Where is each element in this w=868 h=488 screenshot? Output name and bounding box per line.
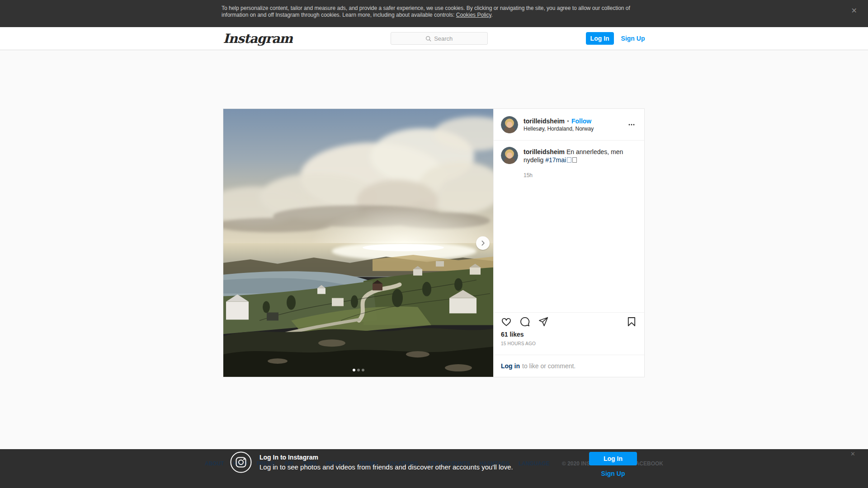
cookie-banner-text: To help personalize content, tailor and … xyxy=(222,0,646,19)
share-icon xyxy=(538,316,549,327)
save-button[interactable] xyxy=(626,316,637,327)
search-placeholder: Search xyxy=(434,35,453,42)
bookmark-icon xyxy=(626,316,637,327)
footer-link[interactable]: ABOUT xyxy=(205,460,224,467)
search-input[interactable]: Search xyxy=(391,32,488,45)
post-age: 15h xyxy=(524,171,637,179)
missing-emoji-glyphs xyxy=(566,156,577,164)
instagram-logo[interactable]: Instagram xyxy=(223,31,292,46)
footer-login-button[interactable]: Log In xyxy=(589,452,637,465)
hashtag-link[interactable]: #17mai xyxy=(545,156,566,164)
location-link[interactable]: Hellesøy, Hordaland, Norway xyxy=(524,126,594,132)
cookie-text-suffix: . xyxy=(491,12,493,18)
footer-upsell-bar: ABOUTHELPPRESSAPIJOBSPRIVACYTERMSLOCATIO… xyxy=(0,449,868,488)
login-upsell: Log In to Instagram Log in to see photos… xyxy=(230,451,513,474)
upsell-title: Log In to Instagram xyxy=(259,454,513,461)
carousel-dot xyxy=(357,369,360,371)
instagram-glyph-icon xyxy=(230,451,252,474)
follow-button[interactable]: Follow xyxy=(571,117,591,125)
post-header: torilleidsheim • Follow Hellesøy, Hordal… xyxy=(494,109,644,141)
header-auth: Log In Sign Up xyxy=(586,32,645,45)
post-panel: torilleidsheim • Follow Hellesøy, Hordal… xyxy=(493,109,644,377)
post-timestamp: 15 HOURS AGO xyxy=(501,341,637,346)
share-button[interactable] xyxy=(538,316,549,327)
cookies-policy-link[interactable]: Cookies Policy xyxy=(456,12,491,18)
heart-icon xyxy=(501,316,512,327)
cookie-text: To help personalize content, tailor and … xyxy=(222,5,630,18)
cookie-banner: To help personalize content, tailor and … xyxy=(0,0,868,27)
carousel-dot xyxy=(362,369,364,371)
post-media xyxy=(223,109,493,377)
carousel-dots xyxy=(223,369,493,371)
carousel-dot xyxy=(353,369,355,371)
caption-row: torilleidsheimEn annerledes, men nydelig… xyxy=(501,147,637,179)
username-link[interactable]: torilleidsheim xyxy=(524,117,565,125)
close-icon[interactable]: ✕ xyxy=(849,6,860,15)
upsell-text: Log in to see photos and videos from fri… xyxy=(259,463,513,471)
comment-button[interactable] xyxy=(519,316,530,327)
login-button[interactable]: Log In xyxy=(586,32,614,45)
actions-section: 61 likes 15 HOURS AGO xyxy=(494,312,644,355)
missing-emoji-glyph xyxy=(572,157,577,163)
likes-count[interactable]: 61 likes xyxy=(501,331,637,338)
login-prompt-text: to like or comment. xyxy=(522,362,576,370)
instagram-page: To help personalize content, tailor and … xyxy=(0,0,868,488)
post-photo xyxy=(223,109,493,377)
footer-signup-link[interactable]: Sign Up xyxy=(601,470,625,477)
username-separator: • xyxy=(567,117,569,125)
login-prompt: Log in to like or comment. xyxy=(494,355,644,377)
avatar[interactable] xyxy=(501,116,518,133)
chevron-right-icon xyxy=(480,240,486,246)
footer-link[interactable]: LANGUAGE xyxy=(519,460,550,467)
login-link[interactable]: Log in xyxy=(501,362,520,370)
comments-section: torilleidsheimEn annerledes, men nydelig… xyxy=(494,141,644,312)
caption-username-link[interactable]: torilleidsheim xyxy=(524,148,565,155)
top-navigation: Instagram Search Log In Sign Up xyxy=(0,27,868,50)
post-card: torilleidsheim • Follow Hellesøy, Hordal… xyxy=(223,108,645,377)
missing-emoji-glyph xyxy=(567,157,571,163)
close-icon[interactable]: ✕ xyxy=(848,450,858,458)
more-options-button[interactable] xyxy=(626,119,637,130)
caption-body: torilleidsheimEn annerledes, men nydelig… xyxy=(524,147,637,179)
like-button[interactable] xyxy=(501,316,512,327)
carousel-next-button[interactable] xyxy=(476,236,490,250)
footer-auth: Log In Sign Up xyxy=(589,452,637,477)
search-icon xyxy=(425,36,431,42)
ellipsis-icon xyxy=(628,121,635,128)
avatar[interactable] xyxy=(501,147,518,164)
comment-icon xyxy=(519,316,530,327)
signup-link[interactable]: Sign Up xyxy=(621,35,645,42)
